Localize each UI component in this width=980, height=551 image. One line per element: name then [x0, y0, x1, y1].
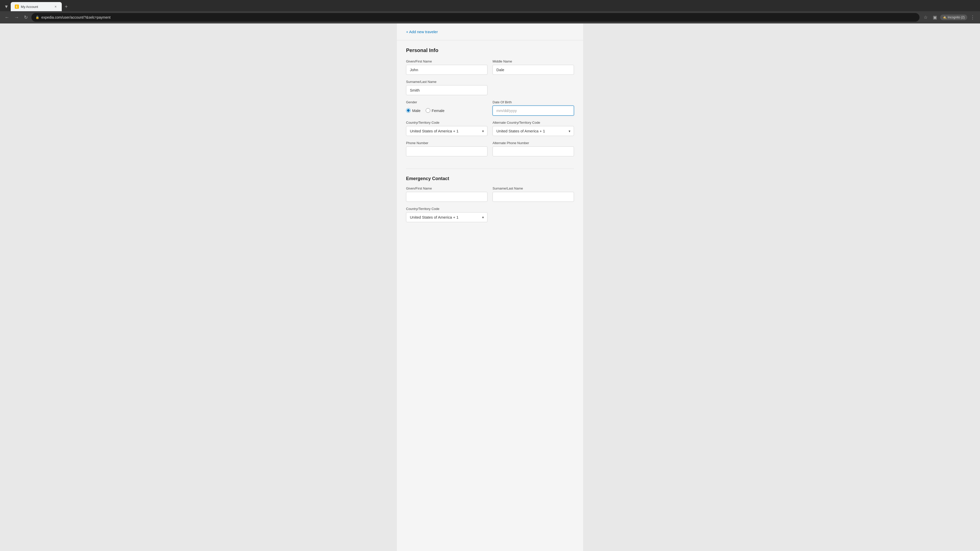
- personal-info-section: Personal Info Given/First Name Middle Na…: [397, 40, 583, 168]
- incognito-icon: 🕵: [943, 16, 947, 19]
- back-button[interactable]: ←: [3, 14, 11, 21]
- alt-phone-label: Alternate Phone Number: [493, 141, 574, 145]
- emergency-given-name-input[interactable]: [406, 192, 487, 202]
- new-tab-button[interactable]: +: [63, 3, 70, 11]
- page-content: + Add new traveler Personal Info Given/F…: [0, 24, 980, 551]
- female-radio-label[interactable]: Female: [426, 108, 445, 113]
- refresh-button[interactable]: ↻: [22, 14, 29, 21]
- alt-country-code-group: Alternate Country/Territory Code United …: [493, 121, 574, 136]
- emergency-country-group: Country/Territory Code United States of …: [406, 207, 487, 222]
- address-bar[interactable]: 🔒 expedia.com/user/account/?&selc=paymen…: [32, 13, 920, 22]
- country-code-select-wrapper: United States of America + 1: [406, 126, 487, 136]
- tab-close-button[interactable]: ×: [54, 4, 58, 9]
- dob-input[interactable]: [493, 106, 574, 116]
- female-radio[interactable]: [426, 108, 430, 113]
- emergency-country-row: Country/Territory Code United States of …: [406, 207, 574, 222]
- emergency-surname-group: Surname/Last Name: [493, 186, 574, 202]
- lock-icon: 🔒: [35, 16, 39, 19]
- middle-name-label: Middle Name: [493, 59, 574, 63]
- browser-chrome: ▼ E My Account × + ← → ↻ 🔒 expedia.com/u…: [0, 0, 980, 24]
- male-radio[interactable]: [406, 108, 410, 113]
- emergency-contact-title: Emergency Contact: [406, 176, 574, 181]
- emergency-surname-label: Surname/Last Name: [493, 186, 574, 190]
- name-row: Given/First Name Middle Name: [406, 59, 574, 75]
- dob-group: Date Of Birth: [493, 100, 574, 116]
- emergency-given-name-group: Given/First Name: [406, 186, 487, 202]
- given-name-input[interactable]: [406, 65, 487, 75]
- address-bar-row: ← → ↻ 🔒 expedia.com/user/account/?&selc=…: [0, 11, 980, 24]
- emergency-country-code-label: Country/Territory Code: [406, 207, 487, 211]
- gender-group: Gender Male Female: [406, 100, 487, 116]
- alt-phone-input[interactable]: [493, 146, 574, 156]
- incognito-label: Incognito (2): [948, 16, 965, 19]
- tab-favicon: E: [15, 5, 19, 9]
- surname-row: Surname/Last Name: [406, 80, 574, 95]
- active-tab[interactable]: E My Account ×: [11, 2, 62, 11]
- tab-bar: ▼ E My Account × +: [0, 0, 980, 11]
- add-traveler-link[interactable]: + Add new traveler: [397, 24, 583, 40]
- emergency-country-code-select[interactable]: United States of America + 1: [406, 212, 487, 222]
- emergency-given-name-label: Given/First Name: [406, 186, 487, 190]
- alt-country-code-select-wrapper: United States of America + 1: [493, 126, 574, 136]
- emergency-country-code-select-wrapper: United States of America + 1: [406, 212, 487, 222]
- country-code-row: Country/Territory Code United States of …: [406, 121, 574, 136]
- bookmark-button[interactable]: ☆: [921, 14, 930, 21]
- surname-group: Surname/Last Name: [406, 80, 487, 95]
- country-code-group: Country/Territory Code United States of …: [406, 121, 487, 136]
- main-panel: + Add new traveler Personal Info Given/F…: [397, 24, 583, 551]
- middle-name-group: Middle Name: [493, 59, 574, 75]
- incognito-badge: 🕵 Incognito (2): [940, 14, 967, 20]
- alt-country-code-label: Alternate Country/Territory Code: [493, 121, 574, 124]
- gender-radio-group: Male Female: [406, 106, 487, 115]
- phone-group: Phone Number: [406, 141, 487, 156]
- toolbar-right: ☆ ▣ 🕵 Incognito (2) ⋮: [921, 14, 977, 21]
- given-name-label: Given/First Name: [406, 59, 487, 63]
- female-label: Female: [432, 108, 445, 113]
- url-text: expedia.com/user/account/?&selc=payment: [41, 15, 915, 19]
- tab-title: My Account: [21, 5, 52, 9]
- tab-nav-dropdown[interactable]: ▼: [2, 3, 11, 11]
- surname-input[interactable]: [406, 85, 487, 95]
- emergency-contact-section: Emergency Contact Given/First Name Surna…: [397, 169, 583, 234]
- male-radio-label[interactable]: Male: [406, 108, 421, 113]
- surname-label: Surname/Last Name: [406, 80, 487, 84]
- alt-country-code-select[interactable]: United States of America + 1: [493, 126, 574, 136]
- gender-label: Gender: [406, 100, 487, 104]
- phone-row: Phone Number Alternate Phone Number: [406, 141, 574, 156]
- phone-input[interactable]: [406, 146, 487, 156]
- gender-dob-row: Gender Male Female Date Of Birth: [406, 100, 574, 116]
- dob-label: Date Of Birth: [493, 100, 574, 104]
- country-code-label: Country/Territory Code: [406, 121, 487, 124]
- middle-name-input[interactable]: [493, 65, 574, 75]
- sidebar-button[interactable]: ▣: [931, 14, 939, 21]
- emergency-name-row: Given/First Name Surname/Last Name: [406, 186, 574, 202]
- phone-label: Phone Number: [406, 141, 487, 145]
- male-label: Male: [412, 108, 421, 113]
- menu-button[interactable]: ⋮: [968, 14, 977, 21]
- emergency-surname-input[interactable]: [493, 192, 574, 202]
- forward-button[interactable]: →: [13, 14, 21, 21]
- personal-info-title: Personal Info: [406, 48, 574, 53]
- country-code-select[interactable]: United States of America + 1: [406, 126, 487, 136]
- alt-phone-group: Alternate Phone Number: [493, 141, 574, 156]
- given-name-group: Given/First Name: [406, 59, 487, 75]
